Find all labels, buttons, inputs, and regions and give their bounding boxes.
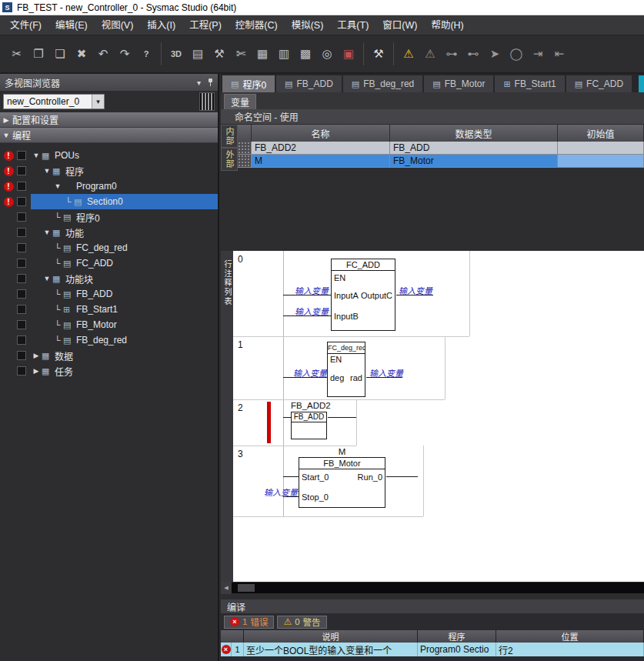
tree-item-fc-deg-red[interactable]: └▤FC_deg_red xyxy=(0,240,218,255)
expand-arrow-icon[interactable]: ▼ xyxy=(52,182,63,190)
variable-type-cell[interactable]: FB_Motor xyxy=(390,155,558,168)
header-location[interactable]: 位置 xyxy=(496,630,644,643)
scroll-left-button[interactable]: ◀ xyxy=(221,582,232,594)
build-error-row[interactable]: 1 至少一个BOOL型的输入变量和一个 Program0 Sectio 行2 xyxy=(221,643,644,656)
menu-project[interactable]: 工程(P) xyxy=(182,15,229,35)
menu-file[interactable]: 文件(F) xyxy=(3,15,48,35)
input-variable-label[interactable]: 输入变量 xyxy=(295,305,329,317)
tree-item-data[interactable]: ▶▦数据 xyxy=(0,348,218,363)
upload-icon[interactable]: ⇤ xyxy=(549,44,569,64)
ladder-editor[interactable]: 行注释列表 0 输入变量 输入变量 输入变量 xyxy=(221,251,644,582)
tree-checkbox[interactable] xyxy=(17,228,26,237)
variable-name-cell[interactable]: FB_ADD2 xyxy=(252,142,390,155)
tree-item-fb-deg-red[interactable]: └▤FB_deg_red xyxy=(0,332,218,348)
tab-internal-variables[interactable]: 内部 xyxy=(221,125,238,148)
tree-checkbox[interactable] xyxy=(17,182,26,191)
tree-item-fc-add[interactable]: └▤FC_ADD xyxy=(0,255,218,271)
tab-fb-start1[interactable]: ⊞FB_Start1 xyxy=(495,75,564,92)
tree-checkbox[interactable] xyxy=(17,336,26,345)
pin-icon[interactable] xyxy=(207,78,213,86)
scrollbar-track[interactable] xyxy=(232,583,644,593)
tree-item-program0-cn[interactable]: └▤程序0 xyxy=(0,209,218,225)
function-block-fb-add[interactable]: FB_ADD xyxy=(291,412,327,439)
download-icon[interactable]: ⇥ xyxy=(528,44,548,64)
tree-checkbox[interactable] xyxy=(17,351,26,360)
menu-window[interactable]: 窗口(W) xyxy=(375,15,424,35)
io-map-icon[interactable]: ▩ xyxy=(295,44,315,64)
tree-item-fb-start1[interactable]: └⊞FB_Start1 xyxy=(0,302,218,317)
warning-icon[interactable]: ⚠ xyxy=(399,44,419,64)
rung-number[interactable]: 2 xyxy=(238,402,243,413)
instance-name-label[interactable]: M xyxy=(299,447,385,456)
rung-number[interactable]: 0 xyxy=(238,254,243,265)
tree-checkbox[interactable] xyxy=(17,366,26,376)
tab-warnings[interactable]: ⚠ 0 警告 xyxy=(277,616,326,629)
input-variable-label[interactable]: 输入变量 xyxy=(293,366,327,379)
tab-program0[interactable]: ▤程序0 xyxy=(222,75,275,92)
expand-arrow-icon[interactable]: ▼ xyxy=(31,152,42,159)
chevron-down-icon[interactable]: ▾ xyxy=(92,95,104,108)
search-icon[interactable]: ◎ xyxy=(317,44,337,64)
tree-checkbox[interactable] xyxy=(17,212,26,222)
tree-item-programs[interactable]: ▼▦程序 xyxy=(0,163,218,179)
tree-checkbox[interactable] xyxy=(17,320,26,329)
tree-item-pous[interactable]: ▼▦POUs xyxy=(0,148,218,163)
output-variable-label[interactable]: 输入变量 xyxy=(399,284,432,296)
variable-name-cell[interactable]: M xyxy=(252,155,390,168)
build-icon[interactable]: ⚒ xyxy=(369,44,389,64)
print-icon[interactable]: ▤ xyxy=(188,44,208,64)
expand-arrow-icon[interactable]: ▶ xyxy=(0,116,12,124)
expand-arrow-icon[interactable]: ▼ xyxy=(42,229,52,236)
undo-icon[interactable]: ↶ xyxy=(93,44,113,64)
tab-fc-add[interactable]: ▤FC_ADD xyxy=(566,75,632,92)
tree-checkbox[interactable] xyxy=(17,243,26,252)
header-name[interactable]: 名称 xyxy=(252,125,390,142)
horizontal-scrollbar[interactable]: ◀ xyxy=(221,582,644,594)
stop-icon[interactable]: ▣ xyxy=(339,44,359,64)
row-selector[interactable] xyxy=(238,142,252,155)
snip-icon[interactable]: ✄ xyxy=(231,44,251,64)
header-data-type[interactable]: 数据类型 xyxy=(390,125,558,142)
tree-item-functions[interactable]: ▼▦功能 xyxy=(0,225,218,240)
rung-comment-strip[interactable]: 行注释列表 xyxy=(221,251,233,582)
instance-name-label[interactable]: FB_ADD2 xyxy=(291,401,331,410)
function-block-fb-motor[interactable]: FB_Motor Start_0 Run_0 Stop_0 xyxy=(299,457,385,508)
section-configurations-setup[interactable]: ▶ 配置和设置 xyxy=(0,112,218,128)
row-selector[interactable] xyxy=(238,155,252,168)
tree-checkbox[interactable] xyxy=(17,305,26,314)
tree-checkbox[interactable] xyxy=(17,151,26,160)
variable-row[interactable]: FB_ADD2 FB_ADD xyxy=(238,142,644,155)
tree-item-tasks[interactable]: ▶▦任务 xyxy=(0,363,218,379)
controller-select[interactable]: new_Controller_0 ▾ xyxy=(3,94,105,109)
function-block-fc-deg-red[interactable]: FC_deg_red EN deg rad xyxy=(327,342,365,397)
help-icon[interactable]: ? xyxy=(136,44,156,64)
header-initial-value[interactable]: 初始值 xyxy=(558,125,644,142)
scrollbar-thumb[interactable] xyxy=(238,584,255,592)
input-variable-label[interactable]: 输入变量 xyxy=(264,486,298,498)
menu-view[interactable]: 视图(V) xyxy=(95,15,141,35)
section-programming[interactable]: ▼ 编程 xyxy=(0,128,218,143)
sync-icon[interactable]: ◯ xyxy=(506,44,526,64)
partial-tab[interactable] xyxy=(639,75,644,92)
output-variable-label[interactable]: 输入变量 xyxy=(369,366,403,379)
tab-fb-add[interactable]: ▤FB_ADD xyxy=(276,75,342,92)
tree-item-section0[interactable]: └▤Section0 xyxy=(0,194,218,209)
warning-muted-icon[interactable]: ⚠ xyxy=(420,44,440,64)
tab-external-variables[interactable]: 外部 xyxy=(221,148,238,171)
tree-checkbox[interactable] xyxy=(17,166,26,175)
input-variable-label[interactable]: 输入变量 xyxy=(295,284,329,296)
tree-checkbox[interactable] xyxy=(17,289,26,299)
tab-fb-motor[interactable]: ▤FB_Motor xyxy=(424,75,493,92)
menu-simulation[interactable]: 模拟(S) xyxy=(285,15,331,35)
paste-icon[interactable]: ❏ xyxy=(50,44,70,64)
delete-icon[interactable]: ✖ xyxy=(72,44,92,64)
tab-fb-deg-red[interactable]: ▤FB_deg_red xyxy=(343,75,422,92)
go-online-icon[interactable]: ➤ xyxy=(485,44,505,64)
tab-errors[interactable]: 1 错误 xyxy=(224,616,274,629)
expand-arrow-icon[interactable]: ▼ xyxy=(42,167,52,175)
tree-checkbox[interactable] xyxy=(17,259,26,268)
menu-insert[interactable]: 插入(I) xyxy=(140,15,182,35)
header-description[interactable]: 说明 xyxy=(244,630,418,643)
chevron-down-icon[interactable]: ▾ xyxy=(197,78,201,87)
tree-checkbox[interactable] xyxy=(17,274,26,283)
